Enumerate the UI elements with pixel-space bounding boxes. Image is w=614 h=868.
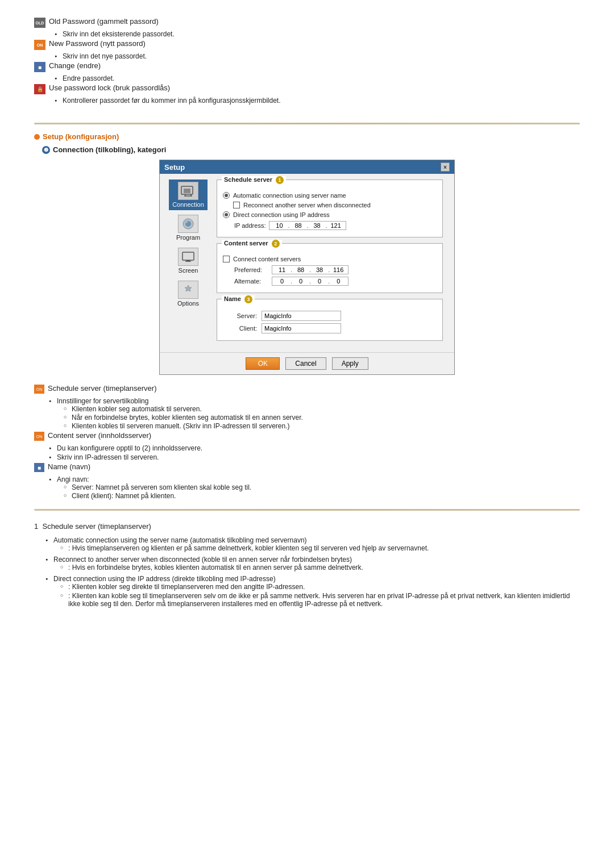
content-server-group: Content server 2 Connect content servers… (217, 243, 443, 293)
schedule-note-bullet-1: Innstillinger for servertilkobling Klien… (49, 397, 580, 430)
notes-section: ON Schedule server (timeplanserver) Inns… (34, 384, 580, 500)
new-password-bullets: Skriv inn det nye passordet. (55, 52, 580, 60)
nav-connection-label: Connection (172, 201, 204, 208)
server-name-input[interactable] (262, 311, 341, 321)
preferred-ip-seg-4[interactable] (331, 266, 346, 273)
password-lock-icon: 🔒 (34, 84, 45, 94)
num-heading: 1 Schedule server (timeplanserver) (34, 522, 580, 531)
name-note-row: ■ Name (navn) (34, 462, 580, 472)
password-lock-bullets: Kontrollerer passordet før du kommer inn… (55, 97, 580, 105)
schedule-note-row: ON Schedule server (timeplanserver) (34, 384, 580, 394)
radio-direct-connect[interactable]: Direct connection using IP address (223, 211, 437, 218)
dialog-footer: OK Cancel Apply (160, 352, 454, 374)
num-bullet-2: Reconnect to another server when disconn… (45, 556, 580, 571)
dialog-titlebar: Setup × (160, 160, 454, 174)
old-password-bullets: Skriv inn det eksisterende passordet. (55, 30, 580, 38)
setup-heading: Setup (konfigurasjon) (34, 132, 580, 141)
svg-rect-1 (184, 189, 190, 193)
top-section: OLD Old Password (gammelt passord) Skriv… (34, 11, 580, 111)
alternate-ip-field[interactable]: . . . (272, 277, 349, 286)
content-note-icon: ON (34, 432, 44, 441)
name-note-icon: ■ (34, 463, 44, 472)
setup-dot-icon (34, 134, 40, 140)
alternate-ip-seg-1[interactable] (275, 278, 289, 285)
connection-nav-icon (178, 182, 198, 200)
nav-options[interactable]: Options (169, 278, 208, 309)
apply-button[interactable]: Apply (332, 357, 368, 370)
numbered-section: 1 Schedule server (timeplanserver) Autom… (34, 522, 580, 608)
numbered-bullets: Automatic connection using the server na… (45, 536, 580, 608)
content-server-badge: 2 (272, 240, 280, 248)
num-bullet-2-sub: : Hvis en forbindelse brytes, kobles kli… (60, 564, 580, 571)
client-name-input[interactable] (262, 323, 341, 333)
old-password-icon: OLD (34, 18, 45, 28)
change-label: Change (endre) (49, 61, 101, 70)
ip-seg-1[interactable] (272, 222, 287, 229)
nav-program[interactable]: Program (169, 212, 208, 243)
change-item: ■ Change (endre) (34, 61, 580, 72)
ip-address-field[interactable]: . . . (269, 221, 346, 230)
preferred-ip-seg-3[interactable] (312, 266, 327, 273)
radio-auto-connect[interactable]: Automatic connection using server name (223, 192, 437, 199)
schedule-server-badge: 1 (276, 176, 284, 184)
nav-connection[interactable]: Connection (169, 180, 208, 210)
num-bullet-3-sub: : Klienten kobler seg direkte til timepl… (60, 583, 580, 608)
checkbox-connect-content[interactable]: Connect content servers (223, 256, 437, 262)
client-name-label: Client: (223, 325, 257, 332)
connection-category-heading: ❷ Connection (tilkobling), kategori (42, 145, 580, 154)
change-bullets: Endre passordet. (55, 74, 580, 82)
password-lock-bullet-1: Kontrollerer passordet før du kommer inn… (55, 97, 580, 105)
checkbox-reconnect[interactable]: Reconnect another server when disconnect… (233, 202, 437, 208)
ip-seg-3[interactable] (310, 222, 325, 229)
name-note-label: Name (navn) (48, 462, 90, 471)
alternate-ip-seg-4[interactable] (331, 278, 346, 285)
schedule-note-bullets: Innstillinger for servertilkobling Klien… (49, 397, 580, 430)
name-group-badge: 3 (244, 295, 252, 303)
radio-auto-connect-circle (223, 192, 230, 199)
nav-screen[interactable]: Screen (169, 245, 208, 276)
options-nav-icon (178, 281, 198, 299)
dialog-close-button[interactable]: × (441, 162, 450, 172)
setup-heading-text: Setup (konfigurasjon) (43, 132, 119, 141)
cancel-button[interactable]: Cancel (285, 357, 326, 370)
content-note-bullets: Du kan konfigurere opptil to (2) innhold… (49, 444, 580, 461)
setup-dialog: Setup × Connection (159, 160, 455, 375)
radio-direct-connect-circle (223, 211, 230, 218)
alternate-ip-seg-2[interactable] (293, 278, 308, 285)
password-lock-item: 🔒 Use password lock (bruk passordlås) (34, 84, 580, 94)
top-divider (34, 123, 580, 124)
nav-options-label: Options (177, 300, 199, 307)
connection-category-badge: ❷ (42, 146, 50, 154)
preferred-ip-seg-2[interactable] (293, 266, 308, 273)
screen-nav-icon (178, 248, 198, 266)
old-password-bullet-1: Skriv inn det eksisterende passordet. (55, 30, 580, 38)
password-lock-label: Use password lock (bruk passordlås) (49, 84, 170, 92)
ip-seg-2[interactable] (291, 222, 306, 229)
name-note-sub: Server: Namnet på serveren som klienten … (64, 483, 580, 500)
svg-point-7 (184, 220, 188, 223)
name-group-label: Name 3 (222, 295, 255, 303)
new-password-bullet-1: Skriv inn det nye passordet. (55, 52, 580, 60)
content-server-label: Content server 2 (222, 240, 282, 248)
ip-seg-4[interactable] (329, 222, 343, 229)
preferred-ip-field[interactable]: . . . (272, 265, 349, 274)
nav-screen-label: Screen (179, 267, 198, 274)
svg-rect-8 (182, 252, 194, 260)
schedule-note-label: Schedule server (timeplanserver) (48, 384, 156, 393)
alternate-ip-seg-3[interactable] (312, 278, 327, 285)
old-password-item: OLD Old Password (gammelt passord) (34, 17, 580, 28)
nav-program-label: Program (176, 234, 200, 241)
content-note-row: ON Content server (innholdsserver) (34, 431, 580, 441)
radio-direct-connect-label: Direct connection using IP address (233, 211, 330, 218)
preferred-ip-seg-1[interactable] (275, 266, 289, 273)
new-password-icon: ON (34, 40, 45, 50)
schedule-note-icon: ON (34, 385, 44, 394)
preferred-ip-row: Preferred: . . . (234, 265, 437, 274)
change-bullet-1: Endre passordet. (55, 74, 580, 82)
name-note-bullets: Angi navn: Server: Namnet på serveren so… (49, 475, 580, 500)
ip-address-row: IP address: . . . (234, 221, 437, 230)
server-name-row: Server: (223, 311, 437, 321)
ok-button[interactable]: OK (246, 357, 280, 370)
new-password-label: New Password (nytt passord) (49, 39, 146, 48)
connection-category-text: Connection (tilkobling), kategori (53, 145, 166, 154)
